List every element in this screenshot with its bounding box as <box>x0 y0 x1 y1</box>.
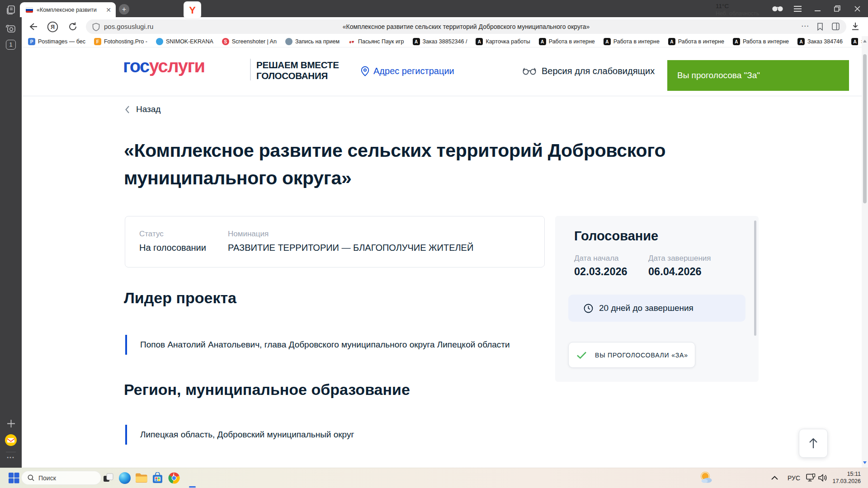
bookmark-favicon: A <box>604 38 611 45</box>
window-minimize-button[interactable] <box>808 0 826 17</box>
nomination-value: РАЗВИТИЕ ТЕРРИТОРИИ — БЛАГОПОЛУЧИЕ ЖИТЕЛ… <box>228 243 473 253</box>
leader-heading: Лидер проекта <box>124 289 236 307</box>
clock-date: 17.03.2026 <box>832 478 861 485</box>
bookmark-favicon: A <box>476 38 483 45</box>
browser-menu-icon[interactable] <box>788 0 807 17</box>
countdown-pill: 20 дней до завершения <box>568 295 745 322</box>
status-card: Статус На голосовании Номинация РАЗВИТИЕ… <box>125 216 545 267</box>
omnibox-page-title: «Комплексное развитие сельских территори… <box>343 23 590 30</box>
bookmark-item[interactable]: A Работа в интерне <box>539 38 595 45</box>
gosuslugi-logo[interactable]: госуслуги <box>123 56 205 76</box>
window-close-button[interactable] <box>848 0 866 17</box>
scrollbar-down-arrow[interactable] <box>863 461 867 464</box>
language-indicator[interactable]: РУС <box>788 468 800 488</box>
microsoft-store-icon[interactable] <box>152 468 163 488</box>
chevron-left-icon <box>125 105 130 114</box>
weather-widget[interactable]: 11°C Неб. облачность <box>716 3 759 17</box>
window-restore-button[interactable] <box>828 0 846 17</box>
rail-divider <box>6 452 16 452</box>
page-title: «Комплексное развитие сельских территори… <box>124 137 689 192</box>
edge-icon[interactable] <box>119 468 131 488</box>
location-pin-icon <box>361 66 369 76</box>
bookmark-item[interactable]: S Screenshoter | An <box>222 38 277 45</box>
bookmark-favicon: S <box>222 38 229 45</box>
accessibility-version-link[interactable]: Версия для слабовидящих <box>522 66 655 76</box>
bookmark-item[interactable]: A Карточка работы <box>476 38 530 45</box>
back-link[interactable]: Назад <box>125 104 160 114</box>
end-date-value: 06.04.2026 <box>648 266 702 278</box>
rail-screenshot-icon[interactable] <box>0 23 22 34</box>
taskbar-clock[interactable]: 15:11 17.03.2026 <box>832 470 861 485</box>
rail-more-icon[interactable]: ••• <box>0 455 22 460</box>
collections-panel-icon[interactable] <box>832 23 840 32</box>
more-actions-icon[interactable]: ⋯ <box>801 21 809 31</box>
incognito-glasses-icon <box>769 0 787 17</box>
new-tab-button[interactable]: + <box>119 4 129 14</box>
network-icon[interactable] <box>806 468 816 488</box>
search-icon <box>28 474 34 481</box>
check-icon <box>576 351 587 359</box>
bookmark-favicon: A <box>797 38 805 45</box>
address-bar[interactable]: pos.gosuslugi.ru «Комплексное развитие с… <box>86 19 846 34</box>
rail-add-icon[interactable] <box>0 419 22 428</box>
arrow-up-icon <box>808 437 818 449</box>
back-button[interactable] <box>28 22 38 33</box>
start-button[interactable] <box>8 468 19 488</box>
weather-icon <box>700 468 713 488</box>
card-scrollbar-thumb[interactable] <box>754 221 756 336</box>
task-view-icon[interactable] <box>103 468 114 488</box>
weather-temp: 11°C <box>716 3 759 10</box>
file-explorer-icon[interactable] <box>135 468 147 488</box>
bookmark-favicon: ♠♥ <box>348 38 355 45</box>
rail-pages-icon[interactable] <box>0 5 22 15</box>
scrollbar-up-arrow[interactable] <box>863 40 867 42</box>
bookmark-favicon: A <box>668 38 675 45</box>
scroll-to-top-button[interactable] <box>799 429 828 458</box>
region-heading: Регион, муниципальное образование <box>124 381 410 399</box>
yandex-mail-icon[interactable] <box>0 434 22 446</box>
bookmark-item[interactable]: A Работа в интерне <box>668 38 724 45</box>
bookmark-favicon <box>285 38 292 45</box>
volume-icon[interactable] <box>818 468 828 488</box>
yandex-browser-taskbar-icon[interactable]: Y <box>184 1 201 19</box>
bookmark-item[interactable]: ♠♥ Пасьянс Паук игр <box>348 38 404 45</box>
taskbar-search[interactable]: Поиск <box>21 471 101 485</box>
rail-tab-counter[interactable]: 1 <box>0 40 22 50</box>
site-tagline: РЕШАЕМ ВМЕСТЕ ГОЛОСОВАНИЯ <box>256 60 339 81</box>
voted-status-button[interactable]: ВЫ ПРОГОЛОСОВАЛИ «ЗА» <box>568 342 695 368</box>
start-date-value: 02.03.2026 <box>574 266 627 278</box>
downloads-icon[interactable] <box>851 22 860 33</box>
tab-close-icon[interactable]: ✕ <box>106 7 111 13</box>
tab-title: «Комплексное развити <box>37 7 102 13</box>
page-scrollbar[interactable] <box>862 36 868 468</box>
browser-side-rail <box>0 0 22 468</box>
svg-text:Я: Я <box>51 24 55 30</box>
bookmark-flag-icon[interactable] <box>817 23 823 33</box>
url-text[interactable]: pos.gosuslugi.ru <box>104 23 153 30</box>
bookmark-favicon: A <box>733 38 740 45</box>
protect-shield-icon[interactable] <box>92 23 100 33</box>
chrome-icon[interactable] <box>168 468 180 488</box>
bookmark-item[interactable]: Запись на прием <box>285 38 340 45</box>
bookmark-favicon <box>156 38 163 45</box>
bookmark-item[interactable]: A Заказ 38852346 / <box>413 38 467 45</box>
bookmark-item[interactable]: F Fotohosting.Pro - <box>94 38 147 45</box>
end-date-label: Дата завершения <box>648 254 711 263</box>
reload-button[interactable] <box>68 22 78 33</box>
bookmark-item[interactable]: SNIMOK-EKRANA <box>156 38 213 45</box>
scrollbar-thumb[interactable] <box>863 54 867 203</box>
bookmark-item[interactable]: A Заказ 384746 <box>797 38 843 45</box>
site-header-border <box>22 96 868 96</box>
nomination-label: Номинация <box>228 230 269 239</box>
registration-address-link[interactable]: Адрес регистрации <box>361 66 454 76</box>
bookmark-item[interactable]: P Postimages — бес <box>28 38 85 45</box>
screen: «Комплексное развити ✕ + 1 ••• Я <box>0 0 868 488</box>
tray-chevron-icon[interactable] <box>771 468 778 488</box>
clock-icon <box>584 304 593 313</box>
bookmark-item[interactable]: A Работа в интерне <box>604 38 660 45</box>
bookmark-item[interactable]: A Работа в интерне <box>733 38 789 45</box>
yandex-search-button[interactable]: Я <box>47 21 58 34</box>
start-date-label: Дата начала <box>574 254 619 263</box>
browser-tab[interactable]: «Комплексное развити ✕ <box>20 2 116 17</box>
voted-banner-button[interactable]: Вы проголосова "За" <box>667 60 849 91</box>
